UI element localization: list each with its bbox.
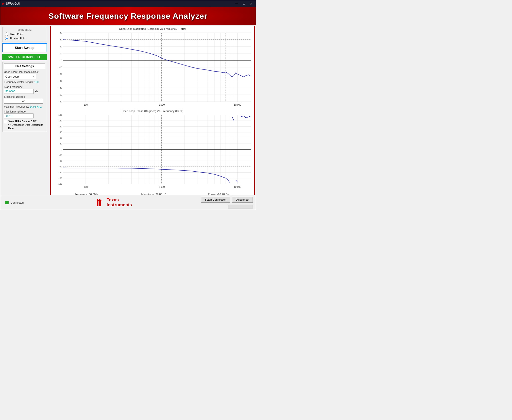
start-freq-field: Start Frequency 50.0000 Hz	[4, 85, 45, 94]
magnitude-info: Magnitude: 29.80 dB	[141, 193, 166, 195]
footer-area: Connected Texas Instruments Setup Connec…	[0, 195, 256, 210]
minimize-button[interactable]: —	[234, 1, 240, 6]
chart-info-bar: Frequency: 50.00 Hz Magnitude: 29.80 dB …	[52, 192, 253, 195]
start-freq-input[interactable]: 50.0000	[4, 89, 34, 94]
steps-field: Steps Per Decade 40	[4, 95, 45, 104]
header-banner: Software Frequency Response Analyzer	[0, 7, 256, 25]
start-sweep-button[interactable]: Start Sweep	[2, 43, 47, 52]
charts-area: Open Loop Magnitude (Decibels) Vs. Frequ…	[50, 26, 255, 195]
floating-point-option[interactable]: Floating Point	[5, 37, 45, 40]
math-mode-box: Math Mode Fixed Point Floating Point	[2, 27, 47, 42]
connected-label: Connected	[11, 201, 24, 204]
steps-label: Steps Per Decade	[4, 95, 45, 98]
csv-checkbox[interactable]: ✓	[4, 120, 7, 123]
disconnect-button[interactable]: Disconnect	[232, 197, 253, 203]
right-panel: Open Loop Magnitude (Decibels) Vs. Frequ…	[49, 25, 256, 195]
frequency-info: Frequency: 50.00 Hz	[74, 193, 100, 195]
steps-input[interactable]: 40	[4, 99, 43, 104]
ti-logo-line1: Texas	[107, 198, 132, 203]
loop-mode-label: Open Loop/Plant Mode Select	[4, 70, 45, 73]
fra-settings-box: FRA Settings Open Loop/Plant Mode Select…	[2, 62, 47, 132]
status-bar: Connected	[3, 201, 26, 204]
csv-option: ✓ Save SFRA Data as CSV* * If Unchecked …	[4, 120, 45, 130]
titlebar-left: ▶ SFRA GUI	[2, 2, 20, 5]
magnitude-chart-title: Open Loop Magnitude (Decibels) Vs. Frequ…	[52, 27, 253, 30]
footer-btn-row: Setup Connection Disconnect	[201, 197, 253, 203]
start-freq-label: Start Frequency	[4, 85, 45, 88]
csv-note: * If Unchecked Data Exported to Excel	[8, 123, 45, 130]
ti-logo-text: Texas Instruments	[107, 198, 132, 208]
maximize-button[interactable]: □	[242, 1, 246, 6]
sweep-complete-indicator: SWEEP COMPLETE	[2, 54, 47, 60]
app-title: SFRA GUI	[6, 2, 20, 5]
injection-label: Injection Amplitude	[4, 110, 45, 113]
injection-field: Injection Amplitude .0010	[4, 110, 45, 118]
magnitude-chart-wrapper: Open Loop Magnitude (Decibels) Vs. Frequ…	[52, 27, 253, 109]
start-freq-unit: Hz	[35, 90, 38, 93]
phase-chart-title: Open Loop Phase (Degrees) Vs. Frequency …	[52, 110, 253, 113]
math-mode-title: Math Mode	[4, 29, 45, 32]
header-title: Software Frequency Response Analyzer	[49, 12, 207, 21]
injection-input[interactable]: .0010	[4, 113, 34, 118]
phase-chart-wrapper: Open Loop Phase (Degrees) Vs. Frequency …	[52, 110, 253, 191]
dropdown-arrow-icon: ∨	[33, 75, 34, 78]
app-icon: ▶	[2, 2, 4, 5]
freq-vector-label: Frequency Vector Length: 100	[4, 81, 45, 83]
max-freq-field: Maximum Frequency: 14.93 KHz	[4, 105, 45, 109]
connected-indicator	[5, 201, 9, 204]
phase-info: Phase: -96.28 Deg	[208, 193, 231, 195]
phase-chart	[52, 113, 253, 191]
footer-buttons: Setup Connection Disconnect	[201, 197, 253, 209]
left-panel: Math Mode Fixed Point Floating Point Sta…	[0, 25, 49, 195]
titlebar: ▶ SFRA GUI — □ ✕	[0, 0, 256, 7]
main-window: ▶ SFRA GUI — □ ✕ Software Frequency Resp…	[0, 0, 256, 210]
ti-logo-icon	[95, 198, 105, 208]
csv-label-group: Save SFRA Data as CSV* * If Unchecked Da…	[8, 120, 45, 130]
floating-point-radio[interactable]	[5, 37, 8, 40]
floating-point-label: Floating Point	[10, 37, 26, 40]
loop-mode-dropdown[interactable]: Open Loop ∨	[4, 74, 36, 79]
magnitude-chart	[52, 31, 253, 109]
main-content: Math Mode Fixed Point Floating Point Sta…	[0, 25, 256, 195]
fixed-point-radio[interactable]	[5, 32, 8, 36]
max-freq-label: Maximum Frequency: 14.93 KHz	[4, 105, 45, 108]
start-freq-row: 50.0000 Hz	[4, 89, 45, 94]
fra-settings-title: FRA Settings	[4, 64, 45, 69]
fixed-point-option[interactable]: Fixed Point	[5, 32, 45, 36]
ti-logo-line2: Instruments	[107, 203, 132, 208]
loop-mode-value: Open Loop	[5, 75, 19, 78]
close-button[interactable]: ✕	[248, 1, 254, 6]
setup-connection-button[interactable]: Setup Connection	[201, 197, 230, 203]
csv-label: Save SFRA Data as CSV*	[8, 120, 45, 123]
fixed-point-label: Fixed Point	[10, 33, 23, 36]
ti-logo: Texas Instruments	[95, 198, 132, 208]
loop-mode-field: Open Loop/Plant Mode Select Open Loop ∨	[4, 70, 45, 79]
freq-vector-field: Frequency Vector Length: 100	[4, 81, 45, 84]
progress-indicator	[228, 205, 253, 209]
titlebar-controls: — □ ✕	[234, 1, 254, 6]
math-mode-radio-group: Fixed Point Floating Point	[4, 32, 45, 40]
